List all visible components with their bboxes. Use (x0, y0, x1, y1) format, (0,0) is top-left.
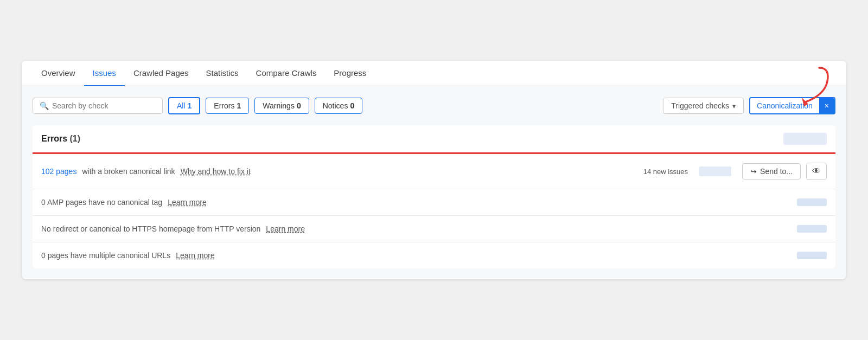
nav-tabs: Overview Issues Crawled Pages Statistics… (22, 61, 846, 86)
send-to-button[interactable]: ↪ Send to... (742, 163, 801, 179)
warnings-filter-btn[interactable]: Warnings 0 (254, 98, 309, 114)
issue-text: No redirect or canonical to HTTPS homepa… (41, 224, 792, 233)
learn-more-link-amp[interactable]: Learn more (168, 198, 207, 207)
errors-section: Errors (1) 102 pages with a broken canon… (33, 125, 835, 268)
issue-text: 102 pages with a broken canonical link W… (41, 167, 638, 176)
tab-progress[interactable]: Progress (325, 61, 375, 86)
new-issues-badge: 14 new issues (643, 168, 688, 176)
bar-sm-placeholder (797, 225, 827, 233)
section-title: Errors (1) (41, 134, 80, 144)
bar-sm-placeholder (797, 252, 827, 259)
table-row: 102 pages with a broken canonical link W… (33, 154, 835, 189)
eye-icon: 👁 (812, 166, 821, 176)
learn-more-link-https[interactable]: Learn more (266, 224, 305, 233)
triggered-checks-btn[interactable]: Triggered checks (663, 98, 744, 114)
why-fix-link[interactable]: Why and how to fix it (181, 167, 251, 176)
table-row: 0 pages have multiple canonical URLs Lea… (33, 242, 835, 268)
send-icon: ↪ (750, 167, 757, 176)
filter-bar: 🔍 All 1 Errors 1 Warnings 0 Notices 0 Tr… (33, 97, 835, 114)
canonicalization-close-btn[interactable]: × (819, 98, 834, 113)
learn-more-link-multiple[interactable]: Learn more (176, 251, 215, 260)
search-box: 🔍 (33, 98, 163, 114)
tab-issues[interactable]: Issues (84, 61, 125, 86)
errors-filter-btn[interactable]: Errors 1 (206, 98, 249, 114)
all-filter-btn[interactable]: All 1 (168, 97, 200, 114)
tab-overview[interactable]: Overview (33, 61, 84, 86)
content-area: 🔍 All 1 Errors 1 Warnings 0 Notices 0 Tr… (22, 86, 846, 279)
issue-text: 0 pages have multiple canonical URLs Lea… (41, 251, 792, 260)
bar-chart-placeholder (699, 166, 731, 176)
canonicalization-label: Canonicalization (750, 98, 819, 113)
tab-crawled-pages[interactable]: Crawled Pages (125, 61, 197, 86)
bar-sm-placeholder (797, 198, 827, 206)
table-row: 0 AMP pages have no canonical tag Learn … (33, 189, 835, 216)
issue-text: 0 AMP pages have no canonical tag Learn … (41, 198, 792, 207)
main-container: Overview Issues Crawled Pages Statistics… (22, 61, 846, 279)
table-row: No redirect or canonical to HTTPS homepa… (33, 216, 835, 242)
canonicalization-tag: Canonicalization × (749, 97, 835, 114)
issue-pages-link[interactable]: 102 pages (41, 167, 76, 176)
eye-button[interactable]: 👁 (806, 163, 827, 180)
search-icon: 🔍 (40, 101, 49, 110)
issues-table: 102 pages with a broken canonical link W… (33, 152, 835, 268)
tab-compare-crawls[interactable]: Compare Crawls (247, 61, 326, 86)
search-input[interactable] (52, 101, 156, 110)
section-bar-placeholder (783, 133, 827, 145)
tab-statistics[interactable]: Statistics (197, 61, 247, 86)
chevron-down-icon (732, 101, 736, 110)
section-header: Errors (1) (33, 125, 835, 152)
notices-filter-btn[interactable]: Notices 0 (315, 98, 362, 114)
